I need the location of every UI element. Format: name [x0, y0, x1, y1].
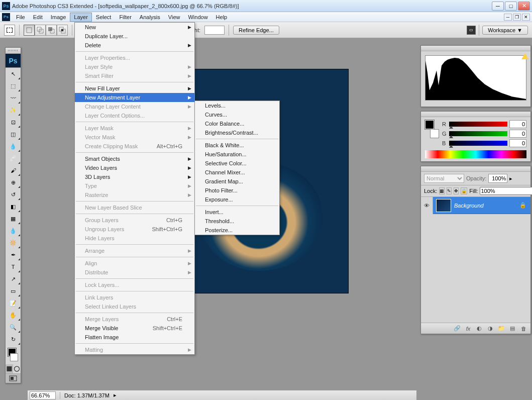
tool-notes[interactable]: 📝 [6, 297, 21, 309]
opacity-input[interactable] [488, 174, 507, 183]
lock-trans-icon[interactable]: ▦ [439, 187, 445, 194]
adjustment-layer-icon[interactable]: ◑ [486, 325, 494, 333]
menu-item-delete[interactable]: Delete▶ [75, 41, 194, 50]
lock-pixels-icon[interactable]: ✎ [447, 187, 452, 194]
menu-help[interactable]: Help [212, 13, 232, 22]
color-fg-swatch[interactable] [425, 120, 434, 129]
tool-move[interactable]: ↖ [6, 68, 21, 80]
menu-file[interactable]: File [12, 13, 29, 22]
menu-item-levels[interactable]: Levels... [195, 101, 279, 110]
tool-history-brush[interactable]: ↺ [6, 188, 21, 201]
menu-item-threshold[interactable]: Threshold... [195, 217, 279, 226]
r-slider[interactable] [449, 122, 507, 127]
menu-item-smart-objects[interactable]: Smart Objects▶ [75, 154, 194, 163]
visibility-icon[interactable]: 👁 [421, 197, 433, 214]
menu-item-new[interactable]: New▶ [75, 23, 194, 32]
g-input[interactable] [509, 130, 526, 138]
app-menu-icon[interactable]: Ps [2, 13, 10, 21]
tool-gradient[interactable]: ▦ [6, 213, 21, 225]
r-input[interactable] [509, 120, 526, 128]
tool-type[interactable]: T [6, 261, 21, 273]
tool-crop[interactable]: ⊡ [6, 116, 21, 128]
menu-item-brightness-contrast[interactable]: Brightness/Contrast... [195, 128, 279, 137]
standard-mode-icon[interactable] [6, 364, 13, 373]
menu-layer[interactable]: Layer [70, 13, 92, 22]
menu-analysis[interactable]: Analysis [136, 13, 164, 22]
tool-eyedropper[interactable]: 💧 [6, 140, 21, 152]
menu-window[interactable]: Window [184, 13, 211, 22]
tool-lasso[interactable]: 〰 [6, 92, 21, 104]
doc-size-flyout[interactable]: ▸ [114, 392, 117, 398]
menu-edit[interactable]: Edit [29, 13, 47, 22]
minimize-button[interactable]: ─ [492, 2, 504, 11]
background-swatch[interactable] [10, 353, 18, 361]
menu-item-video-layers[interactable]: Video Layers▶ [75, 163, 194, 172]
b-slider[interactable] [449, 141, 507, 146]
menu-item-selective-color[interactable]: Selective Color... [195, 159, 279, 168]
refine-edge-button[interactable]: Refine Edge... [233, 26, 279, 35]
workspace-menu[interactable]: Workspace ▼ [482, 26, 528, 35]
blend-mode-select[interactable]: Normal [424, 174, 464, 183]
delete-layer-icon[interactable]: 🗑 [519, 325, 527, 333]
fill-input[interactable] [480, 187, 532, 195]
tool-stamp[interactable]: ⊕ [6, 176, 21, 188]
tool-slice[interactable]: ◫ [6, 128, 21, 140]
layer-item[interactable]: 👁 Background 🔒 [421, 197, 530, 214]
link-layers-icon[interactable]: 🔗 [453, 325, 461, 333]
tool-eraser[interactable]: ◧ [6, 201, 21, 213]
close-button[interactable]: ✕ [518, 2, 530, 11]
selection-mode-add[interactable] [35, 25, 46, 36]
mdi-restore-button[interactable]: ❐ [513, 14, 521, 21]
zoom-input[interactable] [30, 391, 56, 399]
panel-grip[interactable] [421, 46, 530, 51]
tool-wand[interactable]: ✨ [6, 104, 21, 116]
menu-filter[interactable]: Filter [115, 13, 135, 22]
menu-item-hue-saturation[interactable]: Hue/Saturation... [195, 150, 279, 159]
screen-mode-toggle[interactable] [6, 374, 21, 383]
tool-brush[interactable]: 🖌 [6, 164, 21, 176]
new-layer-icon[interactable]: ▤ [508, 325, 516, 333]
tool-pen[interactable]: ✒ [6, 249, 21, 261]
mdi-close-button[interactable]: ✕ [522, 14, 530, 21]
menu-item-curves[interactable]: Curves... [195, 110, 279, 119]
mdi-minimize-button[interactable]: ─ [504, 14, 512, 21]
lock-all-icon[interactable]: 🔒 [461, 187, 467, 194]
b-input[interactable] [509, 139, 526, 147]
menu-item-channel-mixer[interactable]: Channel Mixer... [195, 168, 279, 177]
quick-mask-icon[interactable] [13, 364, 21, 373]
menu-item-flatten-image[interactable]: Flatten Image [75, 333, 194, 342]
menu-item-new-fill-layer[interactable]: New Fill Layer▶ [75, 84, 194, 93]
menu-item-merge-visible[interactable]: Merge VisibleShift+Ctrl+E [75, 324, 194, 333]
selection-mode-subtract[interactable] [46, 25, 57, 36]
menu-view[interactable]: View [164, 13, 184, 22]
tool-hand[interactable]: ✋ [6, 309, 21, 321]
toolbox-grip[interactable] [6, 48, 21, 54]
g-slider[interactable] [449, 131, 507, 136]
color-ramp[interactable] [425, 150, 526, 158]
panel-grip[interactable] [421, 112, 530, 117]
menu-select[interactable]: Select [92, 13, 116, 22]
menu-item-duplicate-layer[interactable]: Duplicate Layer... [75, 32, 194, 41]
tool-rotate[interactable]: ↻ [6, 333, 21, 345]
layer-name[interactable]: Background [454, 203, 518, 209]
tool-healing[interactable]: 🩹 [6, 152, 21, 164]
tool-path-select[interactable]: ↗ [6, 273, 21, 285]
layer-mask-icon[interactable]: ◐ [475, 325, 483, 333]
menu-item-exposure[interactable]: Exposure... [195, 195, 279, 204]
menu-image[interactable]: Image [47, 13, 70, 22]
tool-marquee[interactable]: ⬚ [6, 80, 21, 92]
opacity-flyout[interactable]: ▸ [509, 175, 512, 182]
menu-item-posterize[interactable]: Posterize... [195, 226, 279, 235]
menu-item-gradient-map[interactable]: Gradient Map... [195, 177, 279, 186]
layer-style-icon[interactable]: fx [464, 325, 472, 333]
new-group-icon[interactable]: 📁 [497, 325, 505, 333]
screen-mode-icon[interactable]: ▭ [467, 26, 476, 35]
tool-preset-picker[interactable] [4, 25, 15, 36]
lock-position-icon[interactable]: ✥ [454, 187, 459, 194]
menu-item-new-adjustment-layer[interactable]: New Adjustment Layer▶ [75, 93, 194, 102]
cache-warning-icon[interactable] [521, 53, 528, 59]
tool-dodge[interactable]: 🔆 [6, 237, 21, 249]
menu-item-photo-filter[interactable]: Photo Filter... [195, 186, 279, 195]
height-input[interactable] [204, 26, 225, 35]
selection-mode-new[interactable] [24, 25, 35, 36]
